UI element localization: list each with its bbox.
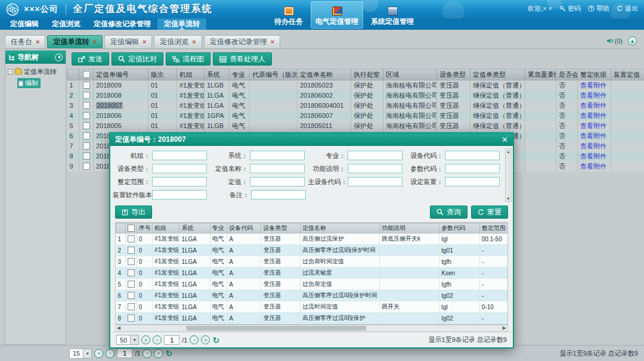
main-prev-page-button[interactable]: ‹ xyxy=(106,349,114,358)
workspace-tab[interactable]: 任务台× xyxy=(5,35,45,48)
next-page-button[interactable]: › xyxy=(190,335,199,344)
row-checkbox[interactable] xyxy=(128,315,135,322)
table-row[interactable]: 10#1发变组1LGA电气A变压器高压侧过流保护跳低压侧开关kIgl00.1-5… xyxy=(116,234,509,245)
first-page-button[interactable]: « xyxy=(141,335,150,344)
main-next-page-button[interactable]: › xyxy=(143,349,151,358)
table-row[interactable]: 30#1发变组1LGA电气A变压器过负荷时间定值tgfh- xyxy=(116,256,509,267)
page-number-input[interactable] xyxy=(164,335,179,345)
nav-tab-electric-setting[interactable]: 电气定值管理 xyxy=(311,1,363,29)
form-field-input[interactable] xyxy=(152,177,207,186)
row-checkbox[interactable] xyxy=(128,258,135,265)
view-attachment-link[interactable]: 查看附件 xyxy=(580,92,606,99)
menu-item[interactable]: 定值修改记录管理 xyxy=(87,18,157,30)
tree-collapse-icon[interactable]: − xyxy=(8,69,13,74)
send-button[interactable]: 发送 xyxy=(72,52,109,66)
select-all-checkbox[interactable] xyxy=(128,225,135,232)
menu-item[interactable]: 定值单流转 xyxy=(157,18,206,30)
scroll-right-icon[interactable]: ▶ xyxy=(503,325,506,331)
row-checkbox[interactable] xyxy=(128,247,135,254)
form-field-input[interactable] xyxy=(348,177,402,186)
view-attachment-link[interactable]: 查看附件 xyxy=(580,153,606,160)
prev-page-button[interactable]: ‹ xyxy=(153,335,162,344)
dialog-close-icon[interactable]: ✕ xyxy=(501,136,508,144)
main-last-page-button[interactable]: » xyxy=(154,349,163,358)
form-field-input[interactable] xyxy=(251,190,306,200)
page-size-select[interactable]: 50▼ xyxy=(116,335,139,345)
table-row[interactable]: 60#1发变组1LGA电气A变压器高压侧零序过流II段保护时间tg02- xyxy=(116,290,509,301)
table-row[interactable]: 50#1发变组1LGA电气A变压器过负荷定值Igfh- xyxy=(116,279,509,290)
logout-link[interactable]: 退出 xyxy=(617,4,638,13)
export-button[interactable]: 导出 xyxy=(115,206,152,219)
table-row[interactable]: 5201800501#1发变组1LGB电气201805011保护处海南核电有限公… xyxy=(67,121,644,131)
query-button[interactable]: 查询 xyxy=(430,206,467,219)
reset-button[interactable]: 重置 xyxy=(471,206,508,219)
main-refresh-icon[interactable]: ↻ xyxy=(165,349,172,357)
row-checkbox[interactable] xyxy=(128,292,135,299)
main-first-page-button[interactable]: « xyxy=(94,349,103,358)
table-row[interactable]: 20#1发变组1LGA电气A变压器高压侧零序过流I段保护时间tg01- xyxy=(116,245,509,256)
help-link[interactable]: 帮助 xyxy=(588,4,609,13)
form-field-input[interactable] xyxy=(348,151,402,160)
password-link[interactable]: 密码 xyxy=(559,4,581,13)
row-checkbox[interactable] xyxy=(83,142,90,150)
scroll-left-icon[interactable]: ◀ xyxy=(117,325,120,331)
form-field-input[interactable] xyxy=(250,164,305,173)
form-field-input[interactable] xyxy=(250,151,305,160)
scroll-up-icon[interactable]: ▲ xyxy=(506,150,510,154)
dialog-horizontal-scrollbar[interactable]: ◀ ▶ xyxy=(115,325,508,332)
view-attachment-link[interactable]: 查看附件 xyxy=(580,82,606,89)
expand-panel-button[interactable]: ▲ xyxy=(628,36,637,45)
row-checkbox[interactable] xyxy=(83,112,90,119)
form-field-input[interactable] xyxy=(445,177,500,186)
row-checkbox[interactable] xyxy=(83,163,90,170)
form-vertical-scrollbar[interactable]: ▲▼ xyxy=(505,148,512,202)
workspace-tab[interactable]: 定值修改记录管理× xyxy=(204,35,280,48)
nav-tab-system-setting[interactable]: 系统定值管理 xyxy=(366,1,419,29)
view-attachment-link[interactable]: 查看附件 xyxy=(580,163,606,170)
form-field-input[interactable] xyxy=(348,164,402,173)
form-field-input[interactable] xyxy=(152,190,207,200)
row-checkbox[interactable] xyxy=(128,269,135,276)
view-attachment-link[interactable]: 查看附件 xyxy=(580,112,606,119)
form-field-input[interactable] xyxy=(250,177,305,186)
sidebar-collapse-button[interactable] xyxy=(55,54,63,61)
table-row[interactable]: 40#1发变组1LGA电气A变压器过流灵敏度Ksen- xyxy=(116,267,509,279)
row-checkbox[interactable] xyxy=(83,82,90,89)
last-page-button[interactable]: » xyxy=(201,335,210,344)
workspace-tab[interactable]: 定值编辑× xyxy=(104,35,152,48)
main-page-size-select[interactable]: 15▼ xyxy=(69,348,92,359)
refresh-icon[interactable]: ↻ xyxy=(212,336,219,344)
form-field-input[interactable] xyxy=(152,164,207,173)
view-handler-button[interactable]: 查看处理人 xyxy=(213,52,272,66)
select-all-checkbox[interactable] xyxy=(83,71,90,78)
row-checkbox[interactable] xyxy=(128,235,135,242)
table-row[interactable]: 4201800601#1发变组1GPA电气201806007保护处海南核电有限公… xyxy=(67,111,644,121)
tab-close-icon[interactable]: × xyxy=(271,39,274,45)
flowchart-button[interactable]: 流程图 xyxy=(166,52,210,66)
tab-close-icon[interactable]: × xyxy=(36,39,39,45)
view-attachment-link[interactable]: 查看附件 xyxy=(580,132,606,139)
view-attachment-link[interactable]: 查看附件 xyxy=(580,102,606,109)
tree-node-child-selected[interactable]: 编制 xyxy=(17,78,41,88)
row-checkbox[interactable] xyxy=(83,122,90,129)
dialog-titlebar[interactable]: 定值单编号：2018007 ✕ xyxy=(110,133,513,146)
menu-item[interactable]: 定值浏览 xyxy=(45,18,87,30)
tab-close-icon[interactable]: × xyxy=(143,39,146,45)
scrollbar-thumb[interactable] xyxy=(186,326,366,331)
row-checkbox[interactable] xyxy=(83,102,90,109)
row-checkbox[interactable] xyxy=(128,303,135,310)
row-checkbox[interactable] xyxy=(83,92,90,99)
row-checkbox[interactable] xyxy=(83,153,90,160)
setting-compare-button[interactable]: 定值比对 xyxy=(112,52,163,66)
workspace-tab[interactable]: 定值单流转× xyxy=(47,35,102,48)
form-field-input[interactable] xyxy=(445,151,500,160)
table-row[interactable]: 2201800801#1发变组1LGA电气201806002保护处海南核电有限公… xyxy=(67,91,644,101)
table-row[interactable]: 3201800701#1发变组1LGA电气201806004001保护处海南核电… xyxy=(67,101,644,111)
table-row[interactable]: 80#1发变组1LGA电气A变压器高压侧零序过流II段保护Ig02- xyxy=(116,313,509,324)
row-checkbox[interactable] xyxy=(128,281,135,288)
nav-tab-todo-tasks[interactable]: 待办任务 xyxy=(270,1,308,29)
scroll-down-icon[interactable]: ▼ xyxy=(506,197,510,201)
view-attachment-link[interactable]: 查看附件 xyxy=(580,122,606,129)
view-attachment-link[interactable]: 查看附件 xyxy=(580,142,606,150)
main-page-number-input[interactable] xyxy=(117,348,132,358)
